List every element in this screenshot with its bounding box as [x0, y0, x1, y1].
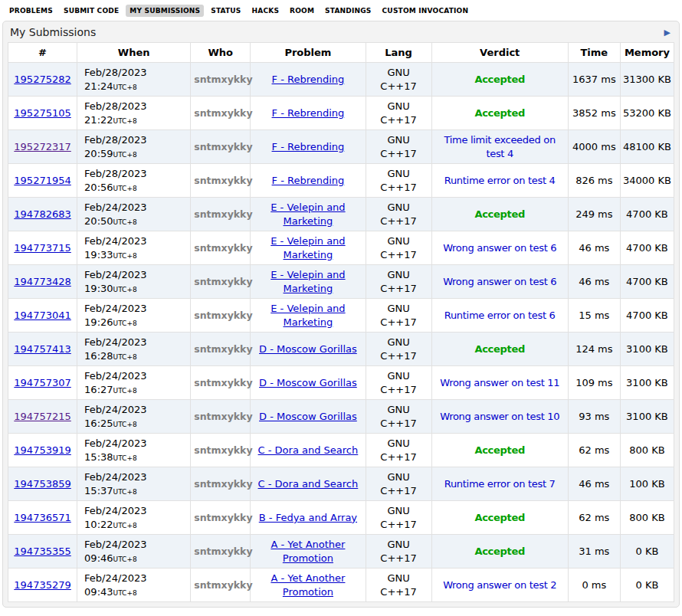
problem-link[interactable]: D - Moscow Gorillas [259, 411, 357, 422]
problem-link[interactable]: E - Velepin and Marketing [271, 303, 345, 327]
table-row: 194757413Feb/24/2023 16:28UTC+8sntmxykky… [8, 333, 674, 366]
submission-id-link[interactable]: 195275282 [14, 74, 70, 85]
submission-when-cell: Feb/24/2023 10:22UTC+8 [77, 501, 191, 535]
submission-when-cell: Feb/24/2023 16:27UTC+8 [77, 366, 191, 400]
user-link[interactable]: sntmxykky [194, 276, 252, 287]
submission-id-link[interactable]: 194773041 [14, 310, 70, 321]
nav-item-my-submissions[interactable]: MY SUBMISSIONS [126, 5, 204, 17]
problem-link[interactable]: D - Moscow Gorillas [259, 343, 357, 355]
submission-when-cell: Feb/24/2023 19:33UTC+8 [77, 231, 191, 265]
submission-id-link[interactable]: 194735355 [14, 546, 70, 557]
panel-title: My Submissions [10, 26, 96, 38]
timezone-label: UTC+8 [113, 488, 137, 496]
problem-link[interactable]: E - Velepin and Marketing [271, 202, 345, 226]
submission-id-link[interactable]: 195271954 [14, 175, 70, 186]
problem-link[interactable]: A - Yet Another Promotion [271, 539, 345, 563]
submission-date: Feb/24/2023 [84, 471, 146, 483]
submission-time: 21:22 [84, 114, 113, 126]
problem-link[interactable]: B - Fedya and Array [259, 512, 357, 523]
expand-arrow-icon[interactable]: ▶ [664, 28, 672, 37]
timezone-label: UTC+8 [113, 218, 137, 226]
verdict-label: Accepted [474, 343, 525, 355]
my-submissions-panel: My Submissions ▶ # When Who Problem Lang… [2, 21, 680, 608]
problem-link[interactable]: E - Velepin and Marketing [271, 269, 345, 293]
lang-label: GNU C++17 [380, 268, 417, 294]
user-link[interactable]: sntmxykky [194, 141, 252, 152]
submission-when-cell: Feb/24/2023 15:38UTC+8 [77, 434, 191, 467]
time-consumed: 46 ms [568, 265, 620, 299]
submission-id-link[interactable]: 194757215 [14, 411, 70, 422]
submission-date: Feb/24/2023 [84, 303, 146, 314]
nav-item-standings[interactable]: STANDINGS [321, 5, 375, 17]
user-link[interactable]: sntmxykky [194, 512, 252, 523]
problem-link[interactable]: C - Dora and Search [258, 478, 359, 490]
nav-item-custom-invocation[interactable]: CUSTOM INVOCATION [379, 5, 473, 17]
table-row: 194773428Feb/24/2023 19:30UTC+8sntmxykky… [8, 265, 674, 299]
verdict-label: Accepted [474, 444, 525, 456]
submission-date: Feb/24/2023 [84, 370, 146, 382]
timezone-label: UTC+8 [113, 421, 137, 428]
user-link[interactable]: sntmxykky [194, 208, 252, 220]
problem-link[interactable]: F - Rebrending [272, 74, 345, 85]
table-row: 195275105Feb/28/2023 21:22UTC+8sntmxykky… [8, 97, 674, 130]
submission-id-link[interactable]: 194736571 [14, 512, 70, 523]
problem-link[interactable]: E - Velepin and Marketing [271, 235, 345, 260]
user-link[interactable]: sntmxykky [194, 377, 252, 388]
problem-link[interactable]: F - Rebrending [272, 175, 345, 186]
submission-date: Feb/28/2023 [84, 168, 146, 179]
user-link[interactable]: sntmxykky [194, 310, 252, 321]
submission-time: 19:30 [84, 283, 113, 294]
submission-id-link[interactable]: 194773715 [14, 242, 70, 254]
submission-id-link[interactable]: 194753859 [14, 478, 70, 490]
time-consumed: 62 ms [568, 501, 620, 535]
user-link[interactable]: sntmxykky [194, 579, 252, 591]
verdict-label: Accepted [474, 512, 525, 523]
submission-id-link[interactable]: 194757307 [14, 377, 70, 388]
col-header-memory: Memory [620, 43, 674, 63]
table-row: 194753919Feb/24/2023 15:38UTC+8sntmxykky… [8, 434, 674, 467]
time-consumed: 93 ms [568, 400, 620, 434]
memory-consumed: 48100 KB [620, 130, 674, 164]
time-consumed: 15 ms [568, 299, 620, 333]
table-row: 195275282Feb/28/2023 21:24UTC+8sntmxykky… [8, 63, 674, 97]
user-link[interactable]: sntmxykky [194, 107, 252, 119]
table-row: 194773041Feb/24/2023 19:26UTC+8sntmxykky… [8, 299, 674, 333]
nav-item-hacks[interactable]: HACKS [248, 5, 284, 17]
submission-time: 16:25 [84, 418, 113, 429]
submission-id-link[interactable]: 194773428 [14, 276, 70, 287]
problem-link[interactable]: C - Dora and Search [258, 444, 359, 456]
user-link[interactable]: sntmxykky [194, 242, 252, 254]
submission-id-link[interactable]: 195275105 [14, 107, 70, 119]
lang-label: GNU C++17 [380, 504, 417, 530]
problem-link[interactable]: F - Rebrending [272, 107, 345, 119]
user-link[interactable]: sntmxykky [194, 175, 252, 186]
submission-id-link[interactable]: 194782683 [14, 208, 70, 220]
nav-item-problems[interactable]: PROBLEMS [5, 5, 57, 17]
user-link[interactable]: sntmxykky [194, 444, 252, 456]
table-row: 194753859Feb/24/2023 15:37UTC+8sntmxykky… [8, 467, 674, 501]
problem-link[interactable]: D - Moscow Gorillas [259, 377, 357, 388]
user-link[interactable]: sntmxykky [194, 343, 252, 355]
problem-link[interactable]: F - Rebrending [272, 141, 345, 152]
submission-id-link[interactable]: 194735279 [14, 579, 70, 591]
nav-item-submit-code[interactable]: SUBMIT CODE [60, 5, 123, 17]
submission-id-link[interactable]: 195272317 [14, 141, 70, 152]
submission-when-cell: Feb/24/2023 20:50UTC+8 [77, 198, 191, 231]
nav-item-status[interactable]: STATUS [207, 5, 244, 17]
timezone-label: UTC+8 [113, 555, 137, 563]
memory-consumed: 34000 KB [620, 164, 674, 198]
submission-id-link[interactable]: 194753919 [14, 444, 70, 456]
user-link[interactable]: sntmxykky [194, 74, 252, 85]
user-link[interactable]: sntmxykky [194, 411, 252, 422]
submission-id-link[interactable]: 194757413 [14, 343, 70, 355]
user-link[interactable]: sntmxykky [194, 478, 252, 490]
nav-item-room[interactable]: ROOM [286, 5, 318, 17]
user-link[interactable]: sntmxykky [194, 546, 252, 557]
submission-time: 10:22 [84, 519, 113, 530]
lang-label: GNU C++17 [380, 437, 417, 463]
problem-link[interactable]: A - Yet Another Promotion [271, 572, 345, 597]
submission-time: 19:33 [84, 249, 113, 260]
memory-consumed: 800 KB [620, 501, 674, 535]
col-header-lang: Lang [366, 43, 431, 63]
timezone-label: UTC+8 [113, 185, 137, 192]
